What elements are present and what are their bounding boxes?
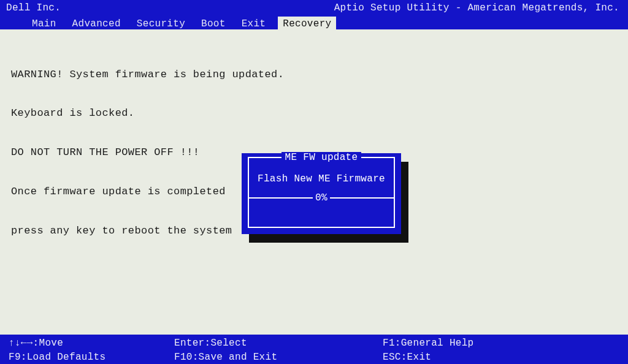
help-enter-select: Enter:Select	[174, 337, 383, 350]
help-f1-general: F1:General Help	[383, 337, 619, 350]
fw-update-dialog: ME FW update Flash New ME Firmware 0%	[242, 153, 401, 234]
warning-line-1: WARNING! System firmware is being update…	[11, 68, 617, 81]
dialog-message: Flash New ME Firmware	[254, 173, 389, 185]
help-f9-defaults: F9:Load Defaults	[9, 351, 174, 364]
help-f10-save-exit: F10:Save and Exit	[174, 351, 383, 364]
vendor-name: Dell Inc.	[6, 2, 61, 13]
bios-header: Dell Inc. Aptio Setup Utility - American…	[0, 0, 628, 29]
dialog-title: ME FW update	[281, 152, 362, 163]
dialog-progress-label: 0%	[313, 192, 330, 203]
dialog-progress-divider: 0%	[248, 197, 395, 211]
dialog-frame: ME FW update Flash New ME Firmware 0%	[248, 157, 395, 228]
dialog-title-row: ME FW update	[249, 151, 394, 164]
content-pane: WARNING! System firmware is being update…	[0, 29, 628, 335]
help-esc-exit: ESC:Exit	[383, 351, 619, 364]
help-move: ↑↓←→:Move	[9, 337, 174, 350]
help-bar: ↑↓←→:Move Enter:Select F1:General Help F…	[0, 335, 628, 364]
warning-line-2: Keyboard is locked.	[11, 107, 617, 119]
utility-title: Aptio Setup Utility - American Megatrend…	[334, 2, 619, 14]
